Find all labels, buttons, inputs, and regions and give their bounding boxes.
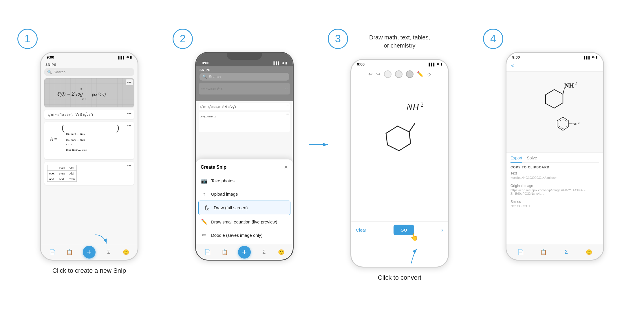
- svg-marker-24: [559, 119, 567, 129]
- svg-text:a₁₁  a₁₂  ...  a₁ₙ: a₁₁ a₁₂ ... a₁ₙ: [66, 132, 85, 136]
- more-btn-4[interactable]: •••: [126, 163, 133, 169]
- back-button[interactable]: <: [511, 63, 514, 69]
- result-drawing-area: NH 2 NH 2: [506, 72, 603, 153]
- clear-button[interactable]: Clear: [356, 228, 366, 232]
- battery-3: ▮: [440, 62, 442, 66]
- color-circle-2[interactable]: [395, 70, 402, 78]
- text-value[interactable]: <smiles>NC1CCCCC1</smiles>: [511, 176, 599, 179]
- export-tab[interactable]: Export: [511, 156, 522, 163]
- step-1-column: 1 9:00 ▌▌▌ ⊛ ▮ SNIPS 🔍 Search: [17, 29, 161, 275]
- upload-image-item[interactable]: ↑ Upload image: [196, 188, 293, 201]
- time-4: 9:00: [512, 55, 520, 59]
- svg-text:(: (: [62, 125, 65, 132]
- search-bar-2[interactable]: 🔍 Search: [200, 73, 289, 81]
- page-container: 1 9:00 ▌▌▌ ⊛ ▮ SNIPS 🔍 Search: [17, 29, 627, 282]
- status-bar-1: 9:00 ▌▌▌ ⊛ ▮: [41, 53, 138, 61]
- step-3-number: 3: [328, 29, 348, 49]
- snip-card-2[interactable]: ••• sin(t) + sjn(t) ≥ δi(t), ∀t ∈ [ti0, …: [44, 110, 134, 119]
- color-circle-1[interactable]: [384, 70, 391, 78]
- draw-small-item[interactable]: ✏️ Draw small equation (live preview): [196, 215, 293, 228]
- create-snip-modal: Create Snip ✕ 📷 Take photos ↑ Upload ima…: [196, 159, 293, 244]
- svg-text:a₂₁  a₂₂  ...  a₂ₙ: a₂₁ a₂₂ ... a₂ₙ: [66, 137, 85, 141]
- take-photos-item[interactable]: 📷 Take photos: [196, 174, 293, 188]
- more-btn-3[interactable]: •••: [126, 123, 133, 129]
- draw-fullscreen-item[interactable]: fx Draw (full screen): [198, 201, 290, 215]
- pdf-icon[interactable]: 📋: [65, 248, 74, 256]
- modal-title-row: Create Snip ✕: [196, 164, 293, 174]
- undo-icon[interactable]: ↩: [368, 71, 373, 77]
- svg-text:): ): [116, 125, 119, 132]
- search-icon-1: 🔍: [47, 70, 52, 74]
- next-button[interactable]: ›: [441, 227, 443, 233]
- svg-text:A =: A =: [50, 137, 57, 141]
- phone-frame-3: 9:00 ▌▌▌ ⊛ ▮ ↩ ↪ ✏️ ◇: [350, 59, 449, 268]
- dark-content-bg: SNIPS 🔍 Search ℓ(θ) = Σ log p(x⁽ⁱ⁾; θ) •…: [196, 66, 293, 101]
- svg-line-17: [409, 123, 415, 132]
- snip-card-3[interactable]: ••• A = ( a₁₁ a₁₂ ... a₁ₙ a₂₁ a₂₂ ... a₂…: [44, 122, 134, 159]
- svg-text:2: 2: [575, 81, 577, 86]
- phone-frame-4: 9:00 ▌▌▌ ⊛ ▮ < NH 2: [506, 52, 604, 261]
- battery-icon: ▮: [130, 55, 132, 59]
- step-4-number: 4: [483, 29, 503, 49]
- snips-title-2: SNIPS: [196, 66, 293, 73]
- snip-card-1[interactable]: ••• ℓ(θ) = Σ log p(x⁽ⁱ⁾; θ) i=1 n: [44, 78, 134, 107]
- cursor: 👆: [410, 233, 418, 241]
- signal-icons-4: ▌▌▌ ⊛ ▮: [584, 55, 597, 59]
- sigma-icon-4[interactable]: Σ: [562, 248, 570, 256]
- signal-bars-icon: ▌▌▌: [118, 56, 125, 59]
- status-bar-4: 9:00 ▌▌▌ ⊛ ▮: [506, 53, 603, 61]
- modal-title: Create Snip: [201, 165, 226, 170]
- face-icon-4[interactable]: 🙂: [585, 248, 593, 256]
- chemistry-drawing: NH 2: [351, 81, 448, 220]
- pdf-icon-4[interactable]: 📋: [539, 248, 548, 256]
- time-1: 9:00: [47, 55, 54, 59]
- eraser-icon[interactable]: ◇: [427, 71, 431, 77]
- step-4-phone: 9:00 ▌▌▌ ⊛ ▮ < NH 2: [506, 52, 604, 261]
- doc-icon[interactable]: 📄: [48, 248, 56, 256]
- doc-icon-2[interactable]: 📄: [204, 248, 212, 256]
- original-image-value[interactable]: https://cdn.mathpix.com/snip/images/H0ZY…: [511, 188, 599, 195]
- signal-4: ▌▌▌: [584, 56, 591, 59]
- pen-icon[interactable]: ✏️: [417, 71, 423, 77]
- svg-marker-16: [386, 126, 411, 151]
- pdf-icon-2[interactable]: 📋: [221, 248, 229, 256]
- step-2-phone: 9:00 ▌▌▌ ⊛ ▮ SNIPS 🔍 Search: [195, 52, 294, 261]
- face-icon[interactable]: 🙂: [122, 248, 130, 256]
- svg-text:·  ·  ·  ·: · · · ·: [66, 142, 72, 146]
- wifi-icon: ⊛: [126, 55, 129, 59]
- signal-icons-1: ▌▌▌ ⊛ ▮: [118, 55, 132, 59]
- phone-frame-1: 9:00 ▌▌▌ ⊛ ▮ SNIPS 🔍 Search: [40, 52, 138, 261]
- upload-icon: ↑: [201, 191, 208, 197]
- more-btn-2[interactable]: •••: [126, 111, 133, 117]
- more-btn-1[interactable]: •••: [126, 79, 133, 85]
- plus-button-2[interactable]: +: [238, 246, 251, 259]
- modal-close-btn[interactable]: ✕: [284, 164, 288, 170]
- face-icon-2[interactable]: 🙂: [277, 248, 285, 256]
- divider-1: [511, 182, 599, 182]
- sigma-icon-2[interactable]: Σ: [260, 248, 268, 256]
- color-circle-3[interactable]: [406, 70, 414, 78]
- step2-arrow: [308, 139, 331, 150]
- svg-line-22: [563, 88, 564, 94]
- draw-canvas[interactable]: NH 2: [351, 81, 448, 221]
- smiles-value[interactable]: NC1CCCCC1: [511, 204, 599, 208]
- result-data-panel: Export Solve COPY TO CLIPBOARD Text <smi…: [506, 153, 603, 213]
- svg-text:p(x⁽ⁱ⁾; θ): p(x⁽ⁱ⁾; θ): [92, 92, 106, 97]
- doodle-item[interactable]: ✏ Doodle (saves image only): [196, 228, 293, 242]
- bottom-bar-2: 📄 📋 + Σ 🙂: [196, 244, 293, 260]
- signal-2: ▌▌▌: [274, 61, 280, 65]
- doc-icon-4[interactable]: 📄: [517, 248, 525, 256]
- search-bar-1[interactable]: 🔍 Search: [44, 68, 134, 76]
- take-photos-label: Take photos: [211, 178, 235, 183]
- step-3-annotation: Draw math, text, tables,or chemistry: [369, 33, 430, 50]
- redo-icon[interactable]: ↪: [376, 71, 380, 77]
- smiles-row: Smiles NC1CCCCC1: [511, 200, 599, 208]
- search-placeholder-2: Search: [209, 74, 221, 79]
- original-image-label: Original Image: [511, 184, 599, 188]
- wifi-4: ⊛: [592, 55, 594, 59]
- search-icon-2: 🔍: [202, 74, 207, 79]
- solve-tab[interactable]: Solve: [527, 156, 537, 163]
- snip-card-4[interactable]: ••• even odd even even odd: [44, 162, 134, 185]
- svg-text:2: 2: [578, 122, 579, 124]
- time-2: 9:00: [202, 61, 209, 65]
